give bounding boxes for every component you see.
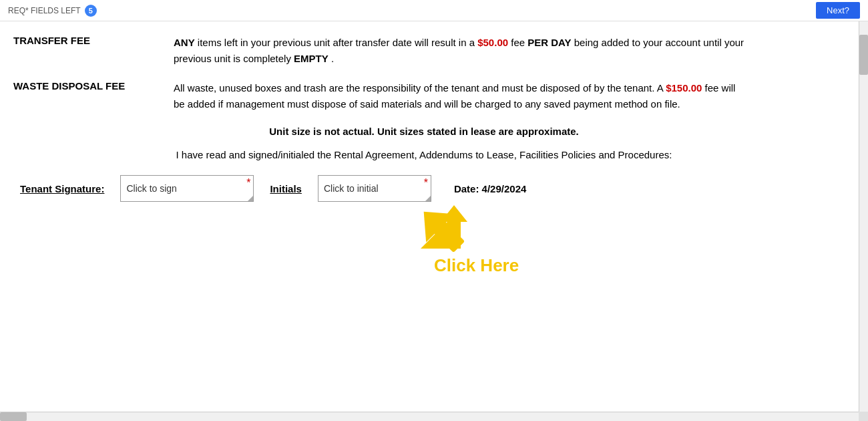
vertical-scrollbar[interactable] — [859, 21, 868, 421]
unit-size-notice: Unit size is not actual. Unit sizes stat… — [13, 126, 835, 137]
initials-placeholder-text: Click to initial — [324, 183, 379, 194]
scrollbar-thumb[interactable] — [859, 35, 868, 75]
transfer-fee-text: ANY items left in your previous unit aft… — [174, 35, 748, 67]
top-bar: REQ* FIELDS LEFT 5 Next? — [0, 0, 868, 21]
transfer-fee-mid1: items left in your previous unit after t… — [195, 37, 478, 48]
transfer-fee-label: TRANSFER FEE — [13, 35, 160, 67]
date-label: Date: 4/29/2024 — [454, 183, 526, 194]
click-here-label: Click Here — [434, 255, 519, 276]
waste-disposal-fee-text: All waste, unused boxes and trash are th… — [174, 80, 748, 112]
transfer-fee-mid2: fee — [508, 37, 527, 48]
sign-placeholder-text: Click to sign — [126, 183, 176, 194]
transfer-fee-period: . — [329, 53, 334, 64]
signature-input[interactable]: Click to sign * — [120, 175, 254, 202]
transfer-fee-section: TRANSFER FEE ANY items left in your prev… — [13, 35, 835, 67]
req-count-badge: 5 — [85, 5, 97, 17]
initials-required-star: * — [424, 177, 428, 189]
transfer-fee-any: ANY — [174, 37, 195, 48]
waste-disposal-fee-label: WASTE DISPOSAL FEE — [13, 80, 160, 112]
waste-fee-amount: $150.00 — [666, 82, 702, 94]
transfer-fee-empty: EMPTY — [294, 53, 329, 64]
waste-disposal-fee-section: WASTE DISPOSAL FEE All waste, unused box… — [13, 80, 835, 112]
initials-input[interactable]: Click to initial * — [318, 175, 431, 202]
agreement-line: I have read and signed/initialed the Ren… — [13, 149, 835, 160]
horizontal-scrollbar-thumb[interactable] — [0, 412, 27, 421]
req-fields-indicator: REQ* FIELDS LEFT 5 — [8, 5, 97, 17]
initials-resize-handle[interactable] — [425, 196, 431, 201]
waste-fee-text-before: All waste, unused boxes and trash are th… — [174, 82, 666, 94]
transfer-fee-per-day: PER DAY — [527, 37, 571, 48]
main-content: TRANSFER FEE ANY items left in your prev… — [0, 21, 855, 295]
resize-handle[interactable] — [248, 196, 253, 201]
transfer-fee-amount: $50.00 — [477, 37, 508, 48]
annotation-area: Click Here — [414, 202, 835, 282]
initials-label: Initials — [270, 183, 302, 194]
req-fields-label: REQ* FIELDS LEFT — [8, 6, 81, 15]
next-button[interactable]: Next? — [816, 2, 860, 19]
scrollbar-corner — [859, 412, 868, 421]
horizontal-scrollbar[interactable] — [0, 412, 859, 421]
signature-required-star: * — [246, 177, 250, 189]
signature-row: Tenant Signature: Click to sign * Initia… — [13, 175, 835, 202]
tenant-signature-label: Tenant Signature: — [20, 183, 104, 194]
click-here-arrow-icon — [414, 202, 481, 262]
